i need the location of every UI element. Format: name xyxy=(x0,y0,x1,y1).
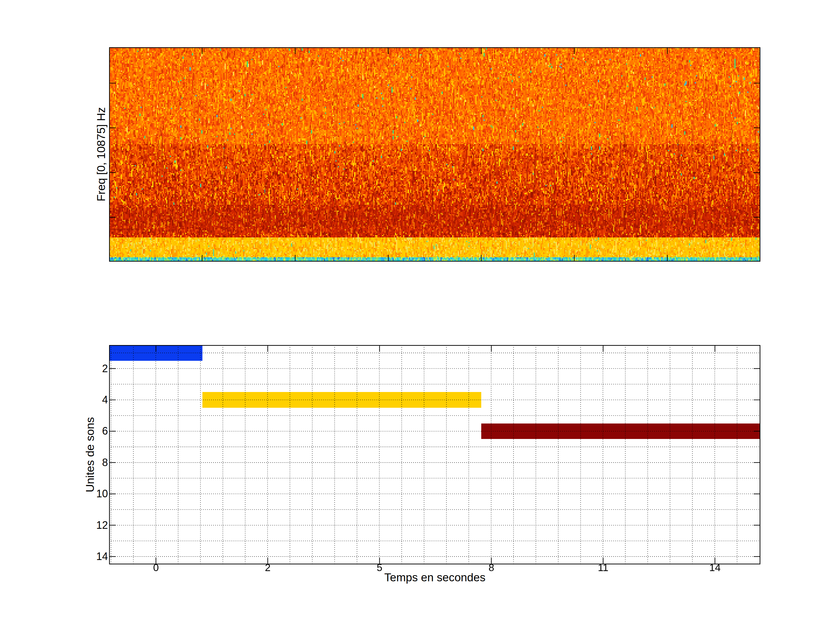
x-tick-label-0: 0 xyxy=(136,562,177,573)
timeline-grid xyxy=(109,345,760,564)
spectrogram-image xyxy=(109,47,760,262)
x-tick-label-2: 2 xyxy=(247,562,288,573)
figure-canvas: Freq [0, 10875] Hz Unites de sons Temps … xyxy=(0,0,840,630)
x-tick-label-5: 5 xyxy=(359,562,400,573)
y-tick-label-6: 6 xyxy=(79,425,108,437)
x-tick-label-8: 8 xyxy=(471,562,512,573)
spectrogram-ylabel: Freq [0, 10875] Hz xyxy=(94,52,108,256)
bar-segment-3 xyxy=(481,423,760,439)
y-tick-label-4: 4 xyxy=(79,394,108,406)
bar-segment-2 xyxy=(202,392,481,408)
timeline-xlabel: Temps en secondes xyxy=(318,571,551,584)
spectrogram-plot xyxy=(109,47,760,262)
y-tick-label-2: 2 xyxy=(79,363,108,374)
y-tick-label-10: 10 xyxy=(79,488,108,500)
y-tick-label-12: 12 xyxy=(79,519,108,531)
timeline-plot xyxy=(109,345,760,564)
x-tick-label-14: 14 xyxy=(695,562,735,573)
x-tick-label-11: 11 xyxy=(583,562,624,573)
y-tick-label-14: 14 xyxy=(79,551,108,562)
y-tick-label-8: 8 xyxy=(79,457,108,468)
bar-segment-1 xyxy=(110,345,202,361)
